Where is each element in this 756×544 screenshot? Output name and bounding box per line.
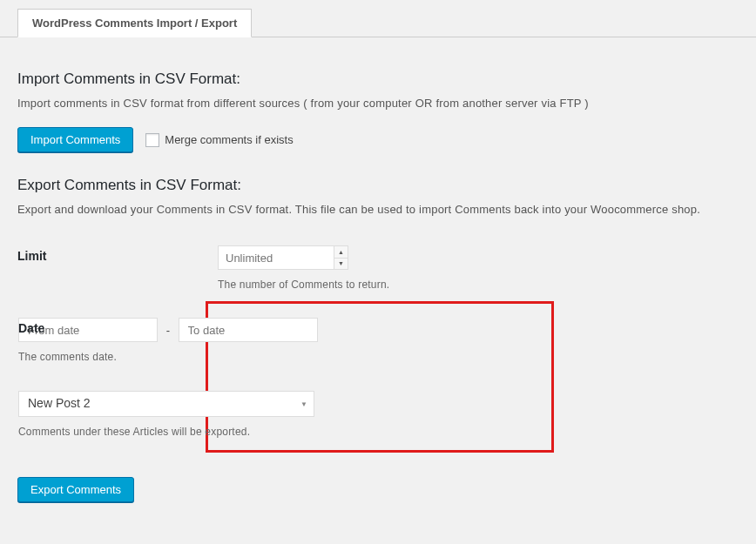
limit-input[interactable] (218, 245, 348, 270)
export-comments-button[interactable]: Export Comments (17, 477, 134, 502)
merge-checkbox[interactable] (145, 133, 159, 147)
limit-field: ▲ ▼ The number of Comments to return. (218, 245, 739, 291)
articles-row: Articles New Post 2 ▼ Comments under the… (219, 368, 541, 438)
to-date-input[interactable] (179, 318, 318, 342)
limit-row: Limit ▲ ▼ The number of Comments to retu… (17, 233, 739, 296)
date-help: The comments date. (18, 351, 541, 363)
merge-checkbox-group: Merge comments if exists (145, 133, 293, 147)
articles-select-value: New Post 2 (18, 391, 314, 417)
button-label: Import Comments (30, 133, 120, 146)
spinner-up-icon[interactable]: ▲ (334, 246, 348, 259)
highlighted-section: Date - The comments date. Articles New P… (206, 301, 554, 453)
export-button-row: Export Comments (17, 477, 739, 502)
export-heading: Export Comments in CSV Format: (17, 177, 739, 194)
export-description: Export and download your Comments in CSV… (17, 203, 739, 216)
import-description: Import comments in CSV format from diffe… (17, 97, 739, 110)
articles-select[interactable]: New Post 2 ▼ (18, 391, 314, 417)
merge-checkbox-label: Merge comments if exists (165, 133, 293, 146)
export-form: Limit ▲ ▼ The number of Comments to retu… (17, 233, 739, 453)
limit-help: The number of Comments to return. (218, 279, 739, 291)
number-spinner: ▲ ▼ (334, 246, 348, 269)
articles-help: Comments under these Articles will be ex… (18, 426, 541, 438)
import-row: Import Comments Merge comments if exists (17, 127, 739, 152)
limit-label: Limit (17, 245, 218, 263)
import-heading: Import Comments in CSV Format: (17, 71, 739, 88)
button-label: Export Comments (30, 483, 121, 496)
articles-field: New Post 2 ▼ Comments under these Articl… (18, 391, 541, 438)
main-content: Import Comments in CSV Format: Import co… (0, 37, 756, 520)
spinner-down-icon[interactable]: ▼ (334, 259, 348, 270)
tab-bar: WordPress Comments Import / Export (0, 9, 756, 37)
import-comments-button[interactable]: Import Comments (17, 127, 133, 152)
tab-import-export[interactable]: WordPress Comments Import / Export (17, 9, 252, 37)
tab-label: WordPress Comments Import / Export (32, 17, 237, 30)
limit-input-wrap: ▲ ▼ (218, 245, 348, 270)
date-label: Date (18, 321, 192, 335)
date-row: Date - The comments date. (219, 312, 541, 368)
